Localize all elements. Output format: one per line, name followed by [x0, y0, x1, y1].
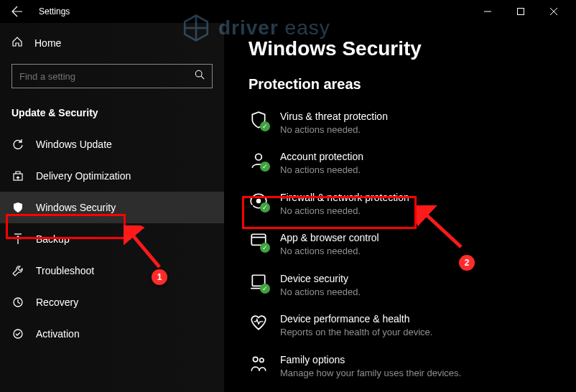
sidebar-item-activation[interactable]: Activation	[0, 318, 224, 350]
search-icon	[195, 70, 205, 83]
svg-rect-4	[518, 9, 524, 15]
sidebar-home[interactable]: Home	[0, 29, 224, 57]
sidebar-home-label: Home	[34, 37, 61, 49]
titlebar: Settings	[0, 0, 576, 23]
area-subtitle: No actions needed.	[280, 286, 361, 299]
sidebar: Home Update & Security Windows Update De…	[0, 23, 224, 392]
area-account-protection[interactable]: ✓ Account protection No actions needed.	[248, 143, 554, 183]
sidebar-item-label: Windows Update	[36, 139, 112, 150]
area-title: Device security	[280, 272, 361, 286]
status-ok-icon: ✓	[260, 121, 270, 131]
recovery-icon	[11, 296, 24, 309]
sidebar-item-label: Troubleshoot	[36, 265, 94, 276]
area-title: Virus & threat protection	[280, 110, 388, 123]
area-subtitle: No actions needed.	[280, 164, 363, 177]
status-ok-icon: ✓	[260, 243, 270, 253]
area-title: Family options	[280, 353, 461, 367]
sidebar-item-windows-security[interactable]: Windows Security	[0, 192, 224, 223]
svg-point-11	[256, 154, 262, 161]
home-icon	[11, 36, 23, 50]
sidebar-item-label: Backup	[36, 233, 70, 245]
svg-point-12	[256, 199, 261, 204]
area-title: App & browser control	[280, 231, 379, 245]
area-virus-threat[interactable]: ✓ Virus & threat protection No actions n…	[248, 103, 554, 143]
search-box[interactable]	[11, 64, 213, 88]
window-title: Settings	[39, 6, 70, 17]
area-device-security[interactable]: ✓ Device security No actions needed.	[248, 265, 554, 305]
close-button[interactable]	[537, 0, 570, 23]
arrow-left-icon	[11, 6, 23, 17]
sidebar-item-label: Activation	[36, 328, 80, 340]
svg-point-5	[195, 70, 202, 77]
maximize-button[interactable]	[504, 0, 537, 23]
heart-pulse-icon	[249, 313, 268, 332]
sidebar-item-troubleshoot[interactable]: Troubleshoot	[0, 255, 224, 286]
page-subheading: Protection areas	[248, 76, 554, 93]
minimize-icon	[484, 8, 491, 15]
svg-point-17	[253, 357, 258, 362]
sidebar-section-header: Update & Security	[0, 95, 224, 129]
area-subtitle: No actions needed.	[280, 123, 388, 136]
svg-point-10	[14, 330, 22, 338]
sidebar-item-label: Windows Security	[36, 202, 116, 213]
sidebar-item-label: Recovery	[36, 297, 78, 308]
status-ok-icon: ✓	[260, 162, 270, 172]
area-firewall-network[interactable]: ✓ Firewall & network protection No actio…	[248, 184, 554, 224]
back-button[interactable]	[6, 0, 29, 23]
sidebar-item-delivery-optimization[interactable]: Delivery Optimization	[0, 160, 224, 192]
area-family-options[interactable]: Family options Manage how your family us…	[248, 346, 554, 386]
area-device-performance[interactable]: Device performance & health Reports on t…	[248, 305, 554, 345]
area-title: Device performance & health	[280, 312, 432, 326]
area-subtitle: No actions needed.	[280, 245, 379, 258]
search-input[interactable]	[19, 71, 195, 82]
close-icon	[550, 8, 557, 15]
svg-point-18	[260, 358, 264, 362]
sidebar-nav: Windows Update Delivery Optimization Win…	[0, 129, 224, 350]
area-title: Firewall & network protection	[280, 191, 409, 205]
status-ok-icon: ✓	[260, 202, 270, 213]
maximize-icon	[517, 8, 524, 15]
protection-areas-list: ✓ Virus & threat protection No actions n…	[248, 103, 554, 386]
shield-icon	[11, 201, 24, 214]
sync-icon	[11, 138, 24, 151]
main-pane: Windows Security Protection areas ✓ Viru…	[224, 23, 576, 392]
delivery-icon	[11, 169, 24, 182]
sidebar-item-windows-update[interactable]: Windows Update	[0, 129, 224, 160]
page-heading: Windows Security	[248, 37, 554, 60]
sidebar-item-backup[interactable]: Backup	[0, 223, 224, 255]
area-app-browser[interactable]: ✓ App & browser control No actions neede…	[248, 224, 554, 264]
wrench-icon	[11, 264, 24, 277]
area-subtitle: Manage how your family uses their device…	[280, 367, 461, 380]
activation-icon	[11, 327, 24, 340]
sidebar-item-recovery[interactable]: Recovery	[0, 286, 224, 318]
svg-line-6	[201, 76, 204, 79]
minimize-button[interactable]	[471, 0, 504, 23]
status-ok-icon: ✓	[260, 284, 270, 294]
area-title: Account protection	[280, 150, 363, 164]
area-subtitle: Reports on the health of your device.	[280, 326, 432, 339]
family-icon	[249, 354, 268, 373]
area-subtitle: No actions needed.	[280, 205, 409, 218]
sidebar-item-label: Delivery Optimization	[36, 170, 131, 182]
backup-icon	[11, 233, 24, 246]
